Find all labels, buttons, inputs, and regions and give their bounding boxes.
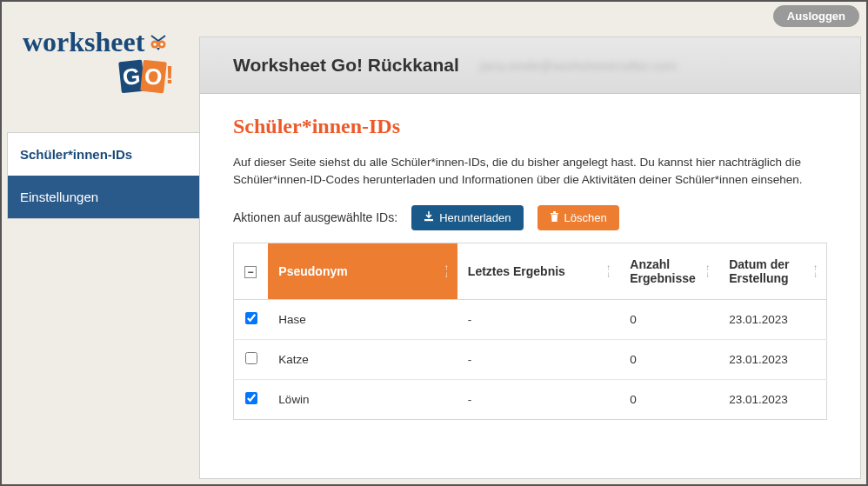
- sidebar-item-label: Einstellungen: [20, 190, 98, 204]
- cell-pseudonym: Katze: [268, 339, 457, 379]
- page-title: Schüler*innen-IDs: [233, 115, 827, 138]
- header-title: Worksheet Go! Rückkanal: [233, 55, 459, 76]
- sort-icon: ↑↓: [813, 264, 818, 278]
- cell-result-count: 0: [619, 339, 718, 379]
- sort-icon: ↑↓: [606, 264, 611, 278]
- row-checkbox-cell: [234, 299, 269, 339]
- svg-point-3: [161, 43, 164, 46]
- page-description: Auf dieser Seite siehst du alle Schüler*…: [233, 154, 827, 190]
- column-label: Letztes Ergebnis: [468, 264, 565, 278]
- table-row: Katze-023.01.2023: [234, 339, 827, 379]
- column-created[interactable]: Datum der Erstellung ↑↓: [718, 243, 826, 299]
- header-bar: Worksheet Go! Rückkanal jana.wode@worksh…: [200, 37, 860, 94]
- logo-word: worksheet: [23, 26, 144, 58]
- column-last-result[interactable]: Letztes Ergebnis ↑↓: [457, 243, 619, 299]
- cell-last-result: -: [457, 339, 619, 379]
- actions-row: Aktionen auf ausgewählte IDs: Herunterla…: [233, 205, 827, 230]
- logo-go-badge: G O !: [120, 57, 174, 97]
- cell-last-result: -: [457, 379, 619, 419]
- cell-pseudonym: Hase: [268, 299, 457, 339]
- trash-icon: [550, 211, 559, 224]
- logo: worksheet G O !: [23, 26, 184, 97]
- row-checkbox[interactable]: [245, 312, 257, 324]
- cell-result-count: 0: [619, 379, 718, 419]
- download-icon: [424, 211, 434, 224]
- cell-created: 23.01.2023: [718, 339, 826, 379]
- svg-rect-5: [551, 213, 558, 215]
- table-row: Hase-023.01.2023: [234, 299, 827, 339]
- select-all-checkbox[interactable]: −: [244, 266, 257, 278]
- column-result-count[interactable]: Anzahl Ergebnisse ↑↓: [619, 243, 718, 299]
- actions-label: Aktionen auf ausgewählte IDs:: [233, 210, 397, 224]
- row-checkbox[interactable]: [245, 392, 257, 404]
- logo-exclamation: !: [165, 60, 174, 90]
- delete-button[interactable]: Löschen: [537, 205, 619, 230]
- cell-last-result: -: [457, 299, 619, 339]
- owl-icon: [146, 28, 170, 47]
- students-table: − Pseudonym ↑↓ Letztes Ergebnis ↑↓ Anzah…: [233, 243, 827, 420]
- logo-o: O: [140, 60, 166, 94]
- cell-created: 23.01.2023: [718, 299, 826, 339]
- table-row: Löwin-023.01.2023: [234, 379, 827, 419]
- delete-label: Löschen: [564, 211, 607, 224]
- column-label: Anzahl Ergebnisse: [630, 257, 695, 285]
- svg-point-2: [154, 43, 157, 46]
- cell-created: 23.01.2023: [718, 379, 826, 419]
- download-button[interactable]: Herunterladen: [411, 205, 523, 230]
- svg-rect-4: [424, 219, 433, 221]
- row-checkbox-cell: [234, 379, 269, 419]
- sidebar: Schüler*innen-IDs Einstellungen: [7, 132, 200, 219]
- download-label: Herunterladen: [439, 211, 511, 224]
- sidebar-item-settings[interactable]: Einstellungen: [8, 176, 199, 218]
- header-checkbox-cell: −: [234, 243, 269, 299]
- column-label: Pseudonym: [278, 264, 347, 278]
- sort-icon: ↑↓: [444, 264, 449, 278]
- row-checkbox-cell: [234, 339, 269, 379]
- row-checkbox[interactable]: [245, 352, 257, 364]
- sidebar-item-student-ids[interactable]: Schüler*innen-IDs: [8, 133, 199, 176]
- column-label: Datum der Erstellung: [729, 257, 789, 285]
- svg-rect-6: [553, 211, 556, 213]
- cell-result-count: 0: [619, 299, 718, 339]
- sort-icon: ↑↓: [705, 264, 710, 278]
- header-email: jana.wode@worksheetcrafter.com: [480, 58, 677, 73]
- content-area: Schüler*innen-IDs Auf dieser Seite siehs…: [200, 94, 860, 437]
- cell-pseudonym: Löwin: [268, 379, 457, 419]
- column-pseudonym[interactable]: Pseudonym ↑↓: [268, 243, 457, 299]
- logout-button[interactable]: Ausloggen: [773, 5, 859, 27]
- sidebar-item-label: Schüler*innen-IDs: [20, 147, 132, 162]
- main-panel: Worksheet Go! Rückkanal jana.wode@worksh…: [199, 37, 861, 479]
